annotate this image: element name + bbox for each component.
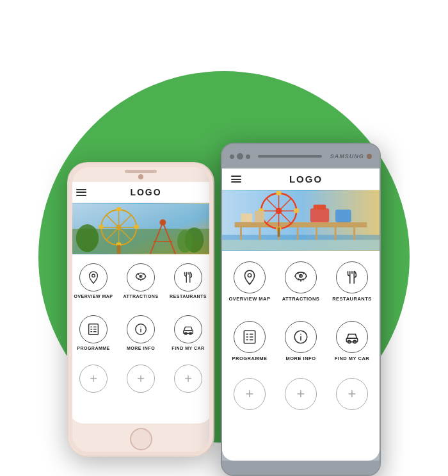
iphone-camera (138, 174, 143, 179)
iphone-programme-item[interactable]: PROGRAMME (71, 311, 116, 353)
svg-point-16 (177, 230, 193, 252)
plus-icon-2: + (127, 365, 155, 393)
svg-rect-56 (276, 191, 282, 195)
samsung-app-screen: LOGO (222, 168, 380, 461)
iphone-device: LOGO (67, 162, 214, 457)
more-info-label: MORE INFO (127, 346, 155, 350)
restaurants-icon-circle (174, 263, 202, 291)
samsung-grid-row1: OVERVIEW MAP (222, 251, 380, 311)
svg-point-17 (92, 274, 95, 277)
samsung-attractions-icon (285, 261, 317, 293)
samsung-programme-icon (234, 321, 266, 353)
svg-point-66 (248, 274, 251, 277)
samsung-brand-label: SAMSUNG (330, 153, 364, 160)
svg-rect-12 (117, 245, 121, 254)
svg-rect-65 (255, 211, 264, 222)
iphone-speaker (125, 170, 157, 173)
phones-container: LOGO (0, 0, 448, 476)
svg-rect-62 (314, 204, 326, 209)
find-my-car-icon-circle (174, 315, 202, 343)
svg-rect-60 (278, 227, 280, 237)
samsung-bottom-bar (222, 461, 380, 475)
samsung-plus-3[interactable]: + (328, 374, 376, 413)
svg-point-83 (300, 334, 301, 335)
samsung-speaker (258, 155, 322, 158)
samsung-top-bar: SAMSUNG (222, 144, 380, 168)
svg-rect-8 (116, 208, 122, 211)
iphone-bottom-area (68, 423, 213, 455)
svg-rect-58 (294, 208, 299, 213)
svg-rect-10 (134, 225, 139, 229)
samsung-flash (367, 154, 372, 159)
samsung-find-my-car-label: FIND MY CAR (335, 356, 370, 361)
svg-point-34 (140, 327, 141, 327)
svg-rect-41 (222, 240, 380, 251)
iphone-overview-map-item[interactable]: OVERVIEW MAP (71, 259, 116, 301)
iphone-plus-2[interactable]: + (118, 361, 163, 395)
plus-icon-3: + (174, 365, 202, 393)
iphone-attractions-item[interactable]: ATTRACTIONS (118, 259, 163, 301)
svg-rect-64 (241, 213, 253, 222)
samsung-more-info-label: MORE INFO (286, 356, 316, 361)
iphone-hamburger-menu[interactable] (76, 189, 86, 196)
overview-map-label: OVERVIEW MAP (74, 294, 113, 299)
plus-icon-1: + (79, 365, 108, 393)
iphone-grid-row2: PROGRAMME MORE INFO (68, 306, 213, 358)
samsung-plus-1[interactable]: + (226, 374, 273, 413)
restaurants-label: RESTAURANTS (170, 294, 207, 299)
samsung-plus-2[interactable]: + (277, 374, 324, 413)
programme-icon-circle (79, 315, 108, 343)
iphone-plus-3[interactable]: + (166, 361, 211, 395)
samsung-attractions-item[interactable]: ATTRACTIONS (277, 258, 324, 304)
samsung-app-logo: LOGO (241, 174, 371, 185)
iphone-grid-row3: + + + (68, 358, 213, 398)
samsung-cameras (230, 153, 250, 160)
samsung-cam-dot-1 (230, 154, 234, 159)
svg-rect-61 (310, 208, 330, 222)
samsung-more-info-icon (285, 321, 317, 353)
samsung-plus-icon-1: + (234, 378, 266, 410)
find-my-car-label: FIND MY CAR (172, 346, 204, 350)
samsung-plus-icon-2: + (285, 378, 317, 410)
iphone-home-button[interactable] (130, 428, 152, 450)
samsung-restaurants-icon (336, 261, 368, 293)
iphone-find-my-car-item[interactable]: FIND MY CAR (166, 311, 211, 353)
samsung-overview-map-item[interactable]: OVERVIEW MAP (226, 258, 273, 304)
samsung-banner (222, 190, 380, 251)
samsung-more-info-item[interactable]: MORE INFO (277, 317, 324, 364)
attractions-icon-circle (127, 263, 155, 291)
more-info-icon-circle (127, 315, 155, 343)
samsung-overview-map-label: OVERVIEW MAP (228, 296, 270, 302)
samsung-cam-dot-3 (246, 154, 250, 159)
iphone-restaurants-item[interactable]: RESTAURANTS (166, 259, 211, 301)
iphone-app-header: LOGO (68, 182, 213, 203)
samsung-plus-icon-3: + (336, 378, 368, 410)
programme-label: PROGRAMME (77, 346, 110, 350)
samsung-overview-map-icon (234, 261, 266, 293)
iphone-grid-row1: OVERVIEW MAP (68, 254, 213, 306)
attractions-label: ATTRACTIONS (123, 294, 158, 299)
samsung-hamburger-menu[interactable] (231, 176, 241, 183)
samsung-attractions-label: ATTRACTIONS (282, 296, 320, 302)
svg-point-13 (159, 219, 166, 226)
samsung-find-my-car-icon (336, 321, 368, 353)
iphone-banner (68, 203, 213, 254)
overview-map-icon-circle (79, 263, 108, 291)
samsung-cam-dot-main (237, 153, 243, 160)
svg-rect-63 (335, 209, 351, 222)
samsung-restaurants-item[interactable]: RESTAURANTS (328, 258, 376, 304)
samsung-find-my-car-item[interactable]: FIND MY CAR (328, 317, 376, 364)
samsung-app-header: LOGO (222, 168, 380, 190)
samsung-grid-row2: PROGRAMME MORE INFO (222, 311, 380, 370)
samsung-programme-item[interactable]: PROGRAMME (226, 317, 273, 364)
iphone-app-screen: LOGO (68, 182, 213, 423)
svg-point-14 (76, 224, 99, 252)
iphone-more-info-item[interactable]: MORE INFO (118, 311, 163, 353)
svg-rect-42 (235, 222, 367, 227)
svg-rect-11 (99, 225, 104, 229)
samsung-restaurants-label: RESTAURANTS (332, 296, 372, 302)
samsung-programme-label: PROGRAMME (232, 356, 268, 361)
samsung-grid-row3: + + + (222, 370, 380, 416)
iphone-plus-1[interactable]: + (71, 361, 116, 395)
iphone-app-logo: LOGO (86, 187, 205, 197)
